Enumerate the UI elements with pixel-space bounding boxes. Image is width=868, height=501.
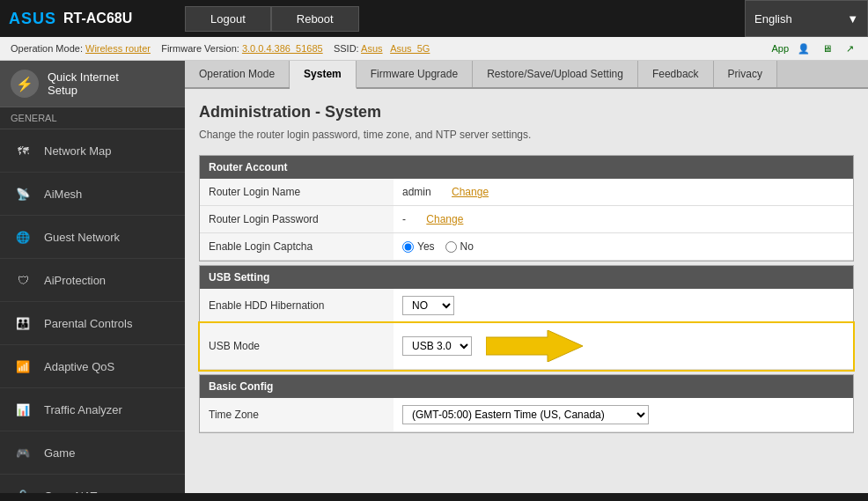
chevron-down-icon: ▼: [847, 12, 858, 26]
login-password-label: Router Login Password: [200, 206, 394, 233]
login-password-value: - Change: [394, 206, 853, 233]
ssid-link[interactable]: Asus: [361, 43, 382, 54]
sidebar-item-network-map[interactable]: 🗺 Network Map: [0, 129, 185, 173]
quick-setup-label: Quick InternetSetup: [48, 70, 119, 97]
guest-network-icon: 🌐: [11, 225, 35, 249]
app-icons: App 👤 🖥 ↗: [771, 41, 857, 56]
usb-setting-section: USB Setting Enable HDD Hibernation NO YE…: [199, 265, 854, 371]
language-selector[interactable]: English ▼: [745, 0, 868, 37]
tab-firmware-upgrade[interactable]: Firmware Upgrade: [357, 61, 473, 87]
basic-config-table: Time Zone (GMT-05:00) Eastern Time (US, …: [200, 398, 853, 432]
sidebar-item-game[interactable]: 🎮 Game: [0, 431, 185, 475]
tab-feedback[interactable]: Feedback: [638, 61, 714, 87]
timezone-select[interactable]: (GMT-05:00) Eastern Time (US, Canada): [402, 405, 649, 424]
game-icon: 🎮: [11, 440, 35, 465]
sidebar-item-label: AiProtection: [44, 274, 106, 287]
content-area: Operation Mode System Firmware Upgrade R…: [185, 61, 868, 493]
quick-setup-icon: ⚡: [11, 70, 39, 98]
tab-system[interactable]: System: [290, 61, 357, 89]
sidebar-item-aiprotection[interactable]: 🛡 AiProtection: [0, 259, 185, 302]
header-buttons: Logout Reboot: [185, 6, 745, 32]
usb-mode-label: USB Mode: [200, 323, 394, 370]
sidebar-item-label: Open NAT: [44, 490, 97, 494]
traffic-analyzer-icon: 📊: [11, 397, 35, 422]
language-label: English: [754, 12, 792, 26]
table-row: Time Zone (GMT-05:00) Eastern Time (US, …: [200, 398, 853, 432]
page-content: Administration - System Change the route…: [185, 89, 868, 449]
basic-config-header: Basic Config: [200, 375, 853, 398]
logo-area: ASUS RT-AC68U: [0, 0, 185, 37]
screen-icon[interactable]: 🖥: [819, 41, 835, 56]
sidebar-item-parental-controls[interactable]: 👪 Parental Controls: [0, 302, 185, 345]
fw-label: Firmware Version:: [161, 43, 239, 54]
sidebar-item-open-nat[interactable]: 🔓 Open NAT: [0, 475, 185, 493]
op-mode-link[interactable]: Wireless router: [85, 43, 151, 54]
aimesh-icon: 📡: [11, 181, 35, 206]
captcha-no-radio[interactable]: No: [445, 240, 474, 253]
hdd-hibernate-label: Enable HDD Hibernation: [200, 289, 394, 323]
sidebar-item-adaptive-qos[interactable]: 📶 Adaptive QoS: [0, 345, 185, 388]
usb-setting-table: Enable HDD Hibernation NO YES USB Mode: [200, 289, 853, 370]
sidebar-item-label: Adaptive QoS: [44, 360, 114, 373]
network-map-icon: 🗺: [11, 138, 35, 163]
header: ASUS RT-AC68U Logout Reboot English ▼: [0, 0, 868, 37]
op-mode-label: Operation Mode:: [11, 43, 83, 54]
router-account-section: Router Account Router Login Name admin C…: [199, 155, 854, 262]
sidebar-item-guest-network[interactable]: 🌐 Guest Network: [0, 216, 185, 259]
tab-restore-save[interactable]: Restore/Save/Upload Setting: [473, 61, 638, 87]
app-label: App: [771, 43, 789, 54]
captcha-value: Yes No: [394, 233, 853, 261]
sidebar-item-label: Game: [44, 446, 75, 460]
open-nat-icon: 🔓: [11, 483, 35, 493]
page-title: Administration - System: [199, 103, 854, 122]
usb-mode-select[interactable]: USB 3.0 USB 2.0: [402, 336, 472, 356]
sidebar-item-label: Guest Network: [44, 231, 120, 244]
sidebar-item-aimesh[interactable]: 📡 AiMesh: [0, 173, 185, 216]
info-left: Operation Mode: Wireless router Firmware…: [11, 43, 430, 54]
login-name-label: Router Login Name: [200, 179, 394, 206]
page-description: Change the router login password, time z…: [199, 129, 854, 141]
captcha-radio-group: Yes No: [402, 240, 844, 253]
login-name-change-link[interactable]: Change: [452, 186, 489, 198]
aiprotection-icon: 🛡: [11, 268, 35, 292]
table-row: Router Login Password - Change: [200, 206, 853, 233]
svg-marker-0: [486, 330, 583, 362]
router-account-header: Router Account: [200, 156, 853, 179]
table-row: Router Login Name admin Change: [200, 179, 853, 206]
sidebar-item-label: Traffic Analyzer: [44, 403, 122, 416]
sidebar-item-traffic-analyzer[interactable]: 📊 Traffic Analyzer: [0, 388, 185, 431]
model-text: RT-AC68U: [63, 11, 132, 26]
usb-setting-header: USB Setting: [200, 266, 853, 289]
reboot-button[interactable]: Reboot: [271, 6, 359, 32]
tab-privacy[interactable]: Privacy: [714, 61, 777, 87]
logo-text: ASUS: [9, 10, 56, 28]
captcha-yes-radio[interactable]: Yes: [402, 240, 435, 253]
hdd-hibernate-value: NO YES: [394, 289, 853, 323]
table-row: Enable HDD Hibernation NO YES: [200, 289, 853, 323]
router-account-table: Router Login Name admin Change Router Lo…: [200, 179, 853, 261]
sidebar-item-label: AiMesh: [44, 188, 82, 201]
tab-operation-mode[interactable]: Operation Mode: [185, 61, 290, 87]
captcha-label: Enable Login Captcha: [200, 233, 394, 261]
usb-mode-value: USB 3.0 USB 2.0: [394, 323, 853, 369]
table-row: Enable Login Captcha Yes No: [200, 233, 853, 261]
quick-setup-item[interactable]: ⚡ Quick InternetSetup: [0, 61, 185, 107]
sidebar-item-label: Network Map: [44, 144, 112, 158]
adaptive-qos-icon: 📶: [11, 354, 35, 379]
fw-link[interactable]: 3.0.0.4.386_51685: [242, 43, 323, 54]
general-section-label: General: [0, 107, 185, 129]
main-layout: ⚡ Quick InternetSetup General 🗺 Network …: [0, 61, 868, 493]
usb-mode-row: USB Mode USB 3.0 USB 2.0: [200, 323, 853, 370]
login-name-value: admin Change: [394, 179, 853, 206]
yellow-arrow-icon: [486, 330, 583, 362]
hdd-hibernate-select[interactable]: NO YES: [402, 296, 454, 315]
ssid-5g-link[interactable]: Asus_5G: [390, 43, 430, 54]
info-bar: Operation Mode: Wireless router Firmware…: [0, 37, 868, 61]
share-icon[interactable]: ↗: [842, 41, 857, 56]
tab-bar: Operation Mode System Firmware Upgrade R…: [185, 61, 868, 89]
logout-button[interactable]: Logout: [185, 6, 271, 32]
person-icon[interactable]: 👤: [796, 41, 812, 56]
login-password-change-link[interactable]: Change: [426, 213, 463, 225]
sidebar-item-label: Parental Controls: [44, 317, 132, 330]
timezone-value: (GMT-05:00) Eastern Time (US, Canada): [394, 398, 853, 432]
